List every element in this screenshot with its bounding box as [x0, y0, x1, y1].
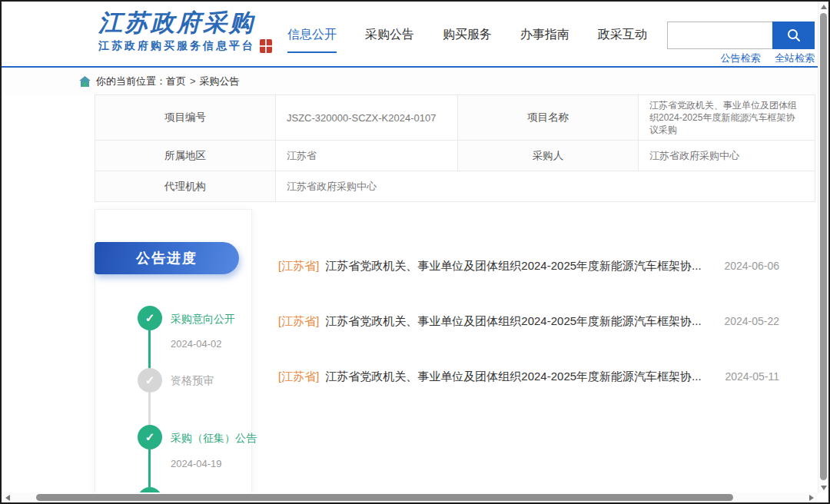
- announcement-row[interactable]: [江苏省] 江苏省党政机关、事业单位及团体组织2024-2025年度新能源汽车框…: [278, 259, 779, 274]
- vertical-scrollbar[interactable]: [818, 2, 828, 493]
- search-links: 公告检索 全站检索: [667, 51, 815, 65]
- region-value: 江苏省: [276, 141, 458, 171]
- breadcrumb-current[interactable]: 采购公告: [200, 75, 240, 88]
- seal-icon: [260, 39, 272, 53]
- horizontal-scrollbar[interactable]: [2, 492, 818, 502]
- announcement-date: 2024-05-22: [724, 315, 779, 327]
- timeline-connector-1: [148, 330, 151, 369]
- scroll-left-icon[interactable]: [5, 495, 10, 501]
- search-icon: [786, 28, 802, 43]
- step-label-procurement-notice: 采购（征集）公告: [171, 432, 257, 446]
- step-date-intent-disclosure: 2024-04-02: [171, 338, 222, 350]
- purchaser-value: 江苏省政府采购中心: [639, 141, 815, 171]
- logo-subtitle: 江苏政府购买服务信息平台: [98, 39, 255, 53]
- vertical-scrollbar-thumb[interactable]: [820, 13, 827, 480]
- step-pending-icon: ✓: [138, 368, 162, 393]
- step-date-procurement-notice: 2024-04-19: [171, 458, 222, 469]
- announcement-row[interactable]: [江苏省] 江苏省党政机关、事业单位及团体组织2024-2025年度新能源汽车框…: [278, 314, 779, 329]
- nav-item-service-guide[interactable]: 办事指南: [520, 27, 569, 53]
- step-label-intent-disclosure: 采购意向公开: [171, 313, 235, 327]
- region-tag: [江苏省]: [278, 259, 319, 274]
- logo-title: 江苏政府采购: [98, 8, 272, 37]
- announcement-date: 2024-06-06: [724, 260, 779, 272]
- check-icon: ✓: [145, 373, 155, 387]
- step-label-prequalification: 资格预审: [171, 374, 214, 388]
- agency-value: 江苏省政府采购中心: [276, 171, 815, 202]
- site-search-link[interactable]: 全站检索: [775, 52, 815, 64]
- project-info-table: 项目编号 JSZC-320000-SCZX-K2024-0107 项目名称 江苏…: [95, 94, 815, 202]
- breadcrumb-prefix: 你的当前位置：: [96, 75, 166, 88]
- agency-label: 代理机构: [95, 171, 276, 202]
- site-logo[interactable]: 江苏政府采购 江苏政府购买服务信息平台: [98, 8, 272, 53]
- project-name-label: 项目名称: [458, 95, 639, 141]
- announcement-date: 2024-05-11: [725, 370, 779, 383]
- nav-item-purchase-services[interactable]: 购买服务: [443, 27, 492, 53]
- announcement-title[interactable]: 江苏省党政机关、事业单位及团体组织2024-2025年度新能源汽车框架协...: [325, 314, 715, 329]
- home-icon: [79, 76, 91, 87]
- breadcrumb-home-link[interactable]: 首页: [166, 75, 186, 88]
- page: 江苏政府采购 江苏政府购买服务信息平台 信息公开 采购公告 购买服务 办事指南 …: [0, 0, 830, 504]
- region-tag: [江苏省]: [278, 314, 319, 329]
- announcement-title[interactable]: 江苏省党政机关、事业单位及团体组织2024-2025年度新能源汽车框架协...: [325, 259, 715, 274]
- main-nav: 信息公开 采购公告 购买服务 办事指南 政采互动 行业专题: [287, 27, 725, 53]
- timeline-connector-3: [148, 449, 151, 487]
- check-icon: ✓: [145, 311, 155, 325]
- announcement-row[interactable]: [江苏省] 江苏省党政机关、事业单位及团体组织2024-2025年度新能源汽车框…: [278, 370, 779, 384]
- nav-item-interaction[interactable]: 政采互动: [598, 27, 647, 53]
- purchaser-label: 采购人: [458, 141, 639, 171]
- search-button[interactable]: [772, 22, 815, 49]
- breadcrumb-separator: >: [190, 75, 196, 87]
- step-done-icon-1: ✓: [138, 306, 162, 330]
- check-icon: ✓: [145, 430, 155, 444]
- nav-item-procurement-announcements[interactable]: 采购公告: [365, 27, 414, 53]
- nav-item-info-disclosure[interactable]: 信息公开: [287, 27, 337, 53]
- progress-banner: 公告进度: [95, 242, 239, 274]
- search-box: [667, 22, 815, 49]
- project-name-value: 江苏省党政机关、事业单位及团体组织2024-2025年度新能源汽车框架协议采购: [639, 95, 815, 141]
- breadcrumb: 你的当前位置： 首页 > 采购公告: [0, 68, 830, 94]
- step-done-icon-2: ✓: [138, 425, 162, 449]
- announcement-title[interactable]: 江苏省党政机关、事业单位及团体组织2024-2025年度新能源汽车框架协...: [325, 370, 715, 384]
- horizontal-scrollbar-thumb[interactable]: [36, 494, 733, 501]
- region-label: 所属地区: [95, 141, 276, 171]
- region-tag: [江苏省]: [278, 370, 319, 384]
- scroll-right-icon[interactable]: [809, 495, 814, 501]
- search-input[interactable]: [667, 22, 772, 49]
- project-number-label: 项目编号: [95, 95, 276, 141]
- scroll-down-icon[interactable]: [821, 486, 827, 490]
- timeline-connector-2: [148, 393, 151, 425]
- announcement-search-link[interactable]: 公告检索: [721, 52, 761, 64]
- scroll-up-icon[interactable]: [821, 5, 827, 9]
- project-number-value: JSZC-320000-SCZX-K2024-0107: [276, 95, 458, 141]
